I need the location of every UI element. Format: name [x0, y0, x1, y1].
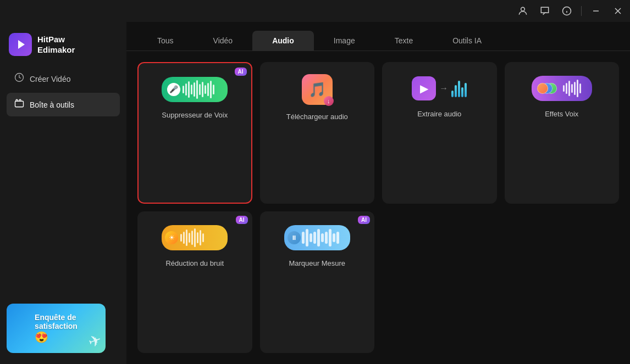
extraire-icon-area: ▶ → — [406, 73, 472, 103]
close-button[interactable] — [610, 3, 626, 19]
telecharger-icon-area: 🎵 ↓ — [301, 73, 334, 106]
creer-video-icon — [14, 72, 24, 85]
tab-video[interactable]: Vidéo — [194, 31, 253, 51]
profile-icon[interactable] — [515, 3, 530, 19]
download-badge: ↓ — [324, 96, 334, 106]
marqueur-icon: ⏸ — [284, 225, 350, 250]
minimize-button[interactable] — [588, 3, 604, 19]
sidebar-item-label-boite-outils: Boîte à outils — [30, 100, 74, 109]
sidebar: HitPaw Edimakor Créer Vidéo — [0, 22, 126, 364]
tab-image[interactable]: Image — [314, 31, 375, 51]
reduction-waveform — [180, 228, 224, 247]
arrow-icon: → — [439, 83, 448, 93]
video-icon: ▶ — [412, 76, 436, 100]
survey-line1: Enquête de — [35, 313, 76, 322]
circle-m-icon: ⏸ — [288, 231, 301, 244]
svg-marker-7 — [18, 40, 25, 49]
survey-banner[interactable]: Enquête de satisfaction 😍 ✈ — [7, 304, 106, 353]
effets-waveform — [563, 80, 587, 97]
tool-telecharger-audio[interactable]: 🎵 ↓ Téléchargeur audio — [260, 62, 375, 204]
ai-badge-reduction: AI — [236, 216, 248, 224]
sidebar-item-boite-outils[interactable]: Boîte à outils — [7, 93, 120, 116]
tool-label-marqueur: Marqueur Mesure — [289, 259, 345, 267]
logo-icon — [9, 33, 32, 56]
tool-effets-voix[interactable]: Effets Voix — [505, 62, 620, 204]
svg-point-0 — [521, 7, 525, 11]
sidebar-logo: HitPaw Edimakor — [0, 27, 126, 67]
effets-icon — [532, 76, 592, 101]
reduction-icon: ☀ — [162, 225, 228, 250]
suppresseur-icon-area: 🎤 — [162, 74, 228, 104]
tab-texte[interactable]: Texte — [375, 31, 433, 51]
tool-extraire-audio[interactable]: ▶ → Extraire audio — [382, 62, 497, 204]
tool-label-extraire: Extraire audio — [417, 110, 461, 118]
mic-icon: 🎤 — [167, 83, 180, 96]
tool-label-effets: Effets Voix — [545, 110, 578, 118]
sidebar-nav: Créer Vidéo Boîte à outils — [0, 67, 126, 116]
sidebar-item-label-creer-video: Créer Vidéo — [30, 75, 70, 83]
survey-arrow-icon: ✈ — [86, 331, 104, 352]
audio-bars — [451, 80, 467, 97]
chat-icon[interactable] — [537, 3, 552, 19]
sidebar-item-creer-video[interactable]: Créer Vidéo — [7, 67, 120, 91]
sidebar-bottom: Enquête de satisfaction 😍 ✈ — [0, 298, 126, 359]
tab-tous[interactable]: Tous — [137, 31, 194, 51]
content-area: Tous Vidéo Audio Image Texte Outils IA A… — [126, 22, 630, 364]
tool-reduction-bruit[interactable]: AI ☀ — [137, 211, 252, 353]
tabs-bar: Tous Vidéo Audio Image Texte Outils IA — [126, 22, 630, 51]
boite-outils-icon — [14, 98, 24, 111]
survey-line2: satisfaction — [35, 322, 78, 331]
tab-outils-ia[interactable]: Outils IA — [433, 31, 501, 51]
extraire-icon: ▶ → — [412, 76, 467, 100]
title-bar-icons — [515, 3, 626, 19]
telecharger-icon: 🎵 ↓ — [302, 74, 333, 105]
tools-grid: AI 🎤 — [126, 51, 630, 364]
marqueur-icon-area: ⏸ — [284, 222, 350, 253]
tool-marqueur-mesure[interactable]: AI ⏸ — [260, 211, 375, 353]
info-icon[interactable] — [559, 3, 574, 19]
tab-audio[interactable]: Audio — [252, 31, 314, 51]
tool-label-reduction: Réduction du bruit — [165, 259, 224, 267]
svg-rect-8 — [15, 101, 24, 107]
reduction-icon-area: ☀ — [162, 222, 228, 253]
ai-badge-suppresseur: AI — [235, 68, 247, 76]
survey-emoji: 😍 — [35, 331, 48, 344]
sun-icon: ☀ — [165, 231, 178, 244]
ai-badge-marqueur: AI — [358, 216, 370, 224]
title-bar — [0, 0, 630, 22]
tool-suppresseur-voix[interactable]: AI 🎤 — [137, 62, 252, 204]
suppresseur-icon: 🎤 — [162, 77, 228, 102]
tool-label-telecharger: Téléchargeur audio — [286, 113, 348, 121]
main-layout: HitPaw Edimakor Créer Vidéo — [0, 22, 630, 364]
waveform — [183, 80, 222, 99]
logo-text: HitPaw Edimakor — [37, 34, 75, 55]
marqueur-bars — [302, 229, 347, 247]
tool-label-suppresseur: Suppresseur de Voix — [162, 111, 228, 119]
separator — [581, 6, 582, 16]
effets-icon-area — [529, 73, 595, 103]
